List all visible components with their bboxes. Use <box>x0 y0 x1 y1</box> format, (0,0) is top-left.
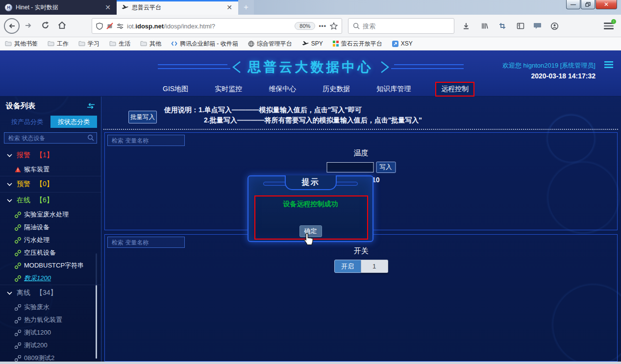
bookmark-star-icon[interactable] <box>330 22 338 30</box>
device-group-offline[interactable]: 离线【34】 <box>0 285 101 301</box>
device-item[interactable]: 测试1200 <box>0 326 101 339</box>
main-content: 批量写入 使用说明：1.单点写入————模拟量输入值后，点击"写入"即可 2.批… <box>101 97 621 362</box>
write-button[interactable]: 写入 <box>376 162 396 173</box>
alarm-icon <box>15 167 21 172</box>
device-item[interactable]: 隔油设备 <box>0 221 101 234</box>
link-icon <box>15 224 21 231</box>
hinet-favicon-icon: H <box>5 4 12 11</box>
device-group-warning[interactable]: 预警【0】 <box>0 176 101 192</box>
browser-search[interactable] <box>348 18 454 34</box>
url-text: iot.idosp.net/idosp/index.html? <box>127 23 291 30</box>
mouse-cursor-icon <box>303 233 314 245</box>
restore-button[interactable] <box>581 0 595 9</box>
nav-item[interactable]: 远程控制 <box>436 83 473 96</box>
tab-sipu[interactable]: 思普云平台 ✕ <box>117 0 238 15</box>
page-title: 思普云大数据中心 <box>248 58 373 76</box>
search-icon <box>353 23 360 29</box>
variable-name: 开关 <box>334 246 388 256</box>
nav-item[interactable]: 实时监控 <box>214 83 243 96</box>
device-group-alarm[interactable]: 报警【1】 <box>0 147 101 163</box>
nav-item[interactable]: 知识库管理 <box>375 83 412 96</box>
sidebar-toggle-icon[interactable] <box>516 22 525 30</box>
sidebar-tab-by-status[interactable]: 按状态分类 <box>50 116 97 128</box>
folder-icon <box>109 41 116 47</box>
device-item[interactable]: 实验室废水处理 <box>0 208 101 221</box>
variable-name: 温度 <box>326 148 396 158</box>
divider <box>103 129 618 130</box>
chevron-down-icon <box>7 291 12 295</box>
back-button[interactable] <box>4 18 20 34</box>
batch-write-button[interactable]: 批量写入 <box>128 111 157 123</box>
tab-hinet[interactable]: H Hinet - 实时数据 ✕ <box>0 0 117 15</box>
messenger-bubble-icon[interactable] <box>533 22 542 30</box>
page-actions-icon[interactable]: ••• <box>319 23 326 29</box>
bookmark-item[interactable]: XSY <box>392 40 413 47</box>
url-bar[interactable]: iot.idosp.net/idosp/index.html? 80% ••• <box>92 18 342 34</box>
menu-icon[interactable]: ↑ <box>604 21 614 31</box>
permissions-icon[interactable] <box>117 23 124 29</box>
swap-icon[interactable] <box>87 103 95 109</box>
bookmark-item[interactable]: 其他书签 <box>5 40 38 48</box>
bookmark-item[interactable]: 生活 <box>109 40 130 48</box>
zoom-level-badge[interactable]: 80% <box>295 22 315 30</box>
close-window-button[interactable]: ✕ <box>596 0 617 9</box>
link-off-icon <box>15 355 21 362</box>
device-item[interactable]: 测试200 <box>0 339 101 352</box>
device-item[interactable]: 空压机设备 <box>0 246 101 259</box>
account-icon[interactable] <box>550 22 559 30</box>
variable-search-input[interactable] <box>107 237 185 248</box>
device-item[interactable]: 0809测试2 <box>0 352 101 362</box>
sidebar-scrollbar[interactable] <box>96 253 97 359</box>
library-icon[interactable] <box>480 22 489 30</box>
nav-item[interactable]: GIS地图 <box>162 83 189 96</box>
search-icon[interactable] <box>87 134 94 141</box>
search-input[interactable] <box>363 23 449 30</box>
datetime-text: 2020-03-18 14:17:32 <box>531 72 596 80</box>
usage-instructions: 使用说明：1.单点写入————模拟量输入值后，点击"写入"即可 2.批量写入——… <box>164 105 422 125</box>
menu-list-icon[interactable] <box>604 61 613 68</box>
link-icon <box>15 275 21 282</box>
chevron-down-icon <box>7 199 12 202</box>
folder-icon <box>48 41 54 47</box>
device-item[interactable]: MODBUSTCP字符串 <box>0 259 101 272</box>
switch-on-button[interactable]: 开启 <box>334 260 361 273</box>
device-group-online[interactable]: 在线【6】 <box>0 192 101 208</box>
variable-search-input[interactable] <box>107 135 185 146</box>
value-input[interactable] <box>326 162 373 172</box>
plugin-blocked-icon[interactable] <box>106 23 113 29</box>
bookmark-item[interactable]: 综合管理平台 <box>248 40 292 48</box>
reload-button[interactable] <box>41 21 50 29</box>
nav-item[interactable]: 维保中心 <box>268 83 297 96</box>
device-item[interactable]: 热力氧化装置 <box>0 314 101 326</box>
device-search-input[interactable] <box>4 132 97 144</box>
modal-dialog: 提示 设备远程控制成功 确定 <box>248 175 373 242</box>
modal-decoration <box>334 182 358 186</box>
minimize-button[interactable]: — <box>566 0 580 9</box>
sidebar-tab-by-product[interactable]: 按产品分类 <box>4 116 50 128</box>
update-badge: ↑ <box>611 19 616 24</box>
link-icon <box>15 250 21 256</box>
new-tab-button[interactable]: + <box>238 0 254 15</box>
ezviz-icon <box>333 41 339 47</box>
bookmark-item[interactable]: 腾讯企业邮箱 - 收件箱 <box>171 40 238 48</box>
close-tab-icon[interactable]: ✕ <box>225 3 233 11</box>
welcome-text: 欢迎您 hignton2019 [系统管理员] <box>502 61 596 70</box>
download-icon[interactable] <box>462 22 471 30</box>
device-item[interactable]: 实验废水 <box>0 301 101 314</box>
bookmark-item[interactable]: 萤石云开放平台 <box>333 40 382 48</box>
device-item[interactable]: 猴车装置 <box>0 163 101 176</box>
switch-value-button[interactable]: 1 <box>361 260 388 273</box>
bookmark-item[interactable]: 工作 <box>48 40 69 48</box>
device-item[interactable]: 数采1200 <box>0 272 101 285</box>
nav-item[interactable]: 历史数据 <box>322 83 351 96</box>
screenshot-icon[interactable] <box>498 22 507 30</box>
shield-icon[interactable] <box>96 23 103 30</box>
device-item[interactable]: 污水处理 <box>0 234 101 246</box>
forward-button[interactable] <box>25 22 32 29</box>
bookmark-item[interactable]: 学习 <box>78 40 99 48</box>
home-button[interactable] <box>58 21 66 29</box>
tab-title: 思普云平台 <box>132 3 222 12</box>
bookmark-item[interactable]: 其他 <box>140 40 161 48</box>
bookmark-item[interactable]: SPY <box>302 40 323 47</box>
close-tab-icon[interactable]: ✕ <box>104 3 112 11</box>
